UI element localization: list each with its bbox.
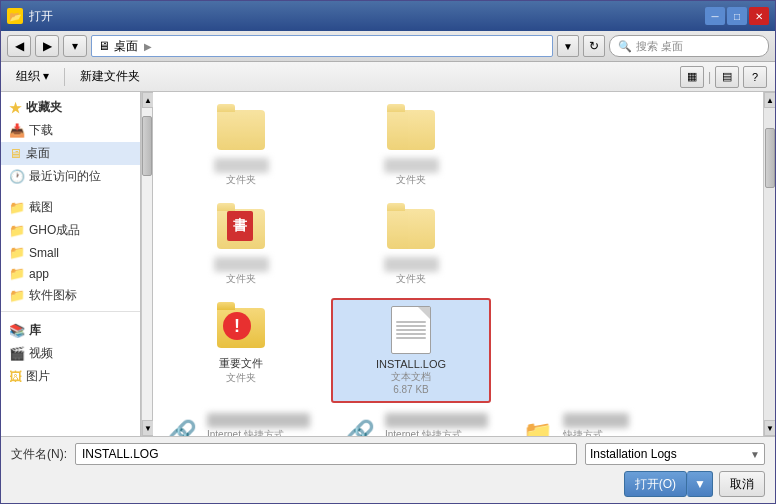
library-label: 库 bbox=[29, 322, 41, 339]
star-icon: ★ bbox=[9, 100, 22, 116]
close-button[interactable]: ✕ bbox=[749, 7, 769, 25]
shortcut-icon-3: 📁 bbox=[523, 419, 555, 437]
shortcut-name-3: 快捷方式名称 bbox=[563, 413, 629, 428]
shortcut-info-3: 快捷方式名称 快捷方式 601 字节 bbox=[563, 413, 629, 436]
sidebar-item-screenshot[interactable]: 📁 截图 bbox=[1, 196, 140, 219]
sidebar-item-small[interactable]: 📁 Small bbox=[1, 242, 140, 263]
file-item-folder2[interactable]: 文件夹名称 文件夹 bbox=[331, 100, 491, 193]
help-button[interactable]: ? bbox=[743, 66, 767, 88]
file-item-installlog[interactable]: INSTALL.LOG 文本文档 6.87 KB bbox=[331, 298, 491, 403]
sidebar-item-software[interactable]: 📁 软件图标 bbox=[1, 284, 140, 307]
scroll-thumb[interactable] bbox=[142, 116, 152, 176]
folder-icon: 📥 bbox=[9, 123, 25, 138]
sidebar-library-header[interactable]: 📚 库 bbox=[1, 319, 140, 342]
sidebar-item-download[interactable]: 📥 下载 bbox=[1, 119, 140, 142]
file-item-folder3[interactable]: 書 文件夹名称 文件夹 bbox=[161, 199, 321, 292]
folder-icon-1 bbox=[217, 106, 265, 154]
address-area: ◀ ▶ ▾ 🖥 桌面 ▶ ▼ ↻ 🔍 搜索 桌面 bbox=[1, 31, 775, 62]
filename-input[interactable] bbox=[75, 443, 577, 465]
forward-icon: ▶ bbox=[43, 39, 52, 53]
shortcut-item-3[interactable]: 📁 快捷方式名称 快捷方式 601 字节 bbox=[517, 409, 687, 436]
search-bar[interactable]: 🔍 搜索 桌面 bbox=[609, 35, 769, 57]
view-icon: ▦ bbox=[687, 70, 697, 83]
up-button[interactable]: ▾ bbox=[63, 35, 87, 57]
red-bang-icon bbox=[223, 312, 251, 340]
organize-button[interactable]: 组织 ▾ bbox=[9, 65, 56, 89]
file-scroll-up[interactable]: ▲ bbox=[764, 92, 775, 108]
button-row: 打开(O) ▼ 取消 bbox=[11, 471, 765, 497]
book-badge: 書 bbox=[227, 211, 253, 241]
install-log-size: 6.87 KB bbox=[393, 384, 429, 395]
title-bar: 📂 打开 ─ □ ✕ bbox=[1, 1, 775, 31]
address-dropdown[interactable]: ▼ bbox=[557, 35, 579, 57]
picture-label: 图片 bbox=[26, 368, 50, 385]
file-item-folder4[interactable]: 文件夹名称 文件夹 bbox=[331, 199, 491, 292]
address-bar[interactable]: 🖥 桌面 ▶ bbox=[91, 35, 553, 57]
desktop-label: 桌面 bbox=[26, 145, 50, 162]
shortcut-type-2: Internet 快捷方式 bbox=[385, 428, 488, 436]
video-icon: 🎬 bbox=[9, 346, 25, 361]
search-placeholder: 搜索 桌面 bbox=[636, 39, 683, 54]
sidebar-item-app[interactable]: 📁 app bbox=[1, 263, 140, 284]
important-folder-name: 重要文件 bbox=[219, 356, 263, 371]
shortcut-item-1[interactable]: 🔗 Internet快捷方式名称 Internet 快捷方式 118 字节 bbox=[161, 409, 331, 436]
file-name-2: 文件夹名称 bbox=[384, 158, 439, 173]
file-scroll-thumb[interactable] bbox=[765, 128, 775, 188]
filename-label: 文件名(N): bbox=[11, 446, 67, 463]
file-name-1: 文件夹名称 bbox=[214, 158, 269, 173]
app-icon: 📁 bbox=[9, 266, 25, 281]
sidebar-item-recent[interactable]: 🕐 最近访问的位 bbox=[1, 165, 140, 188]
library-icon: 📚 bbox=[9, 323, 25, 338]
shortcut-name-1: Internet快捷方式名称 bbox=[207, 413, 310, 428]
file-open-dialog: 📂 打开 ─ □ ✕ ◀ ▶ ▾ 🖥 桌面 ▶ ▼ ↻ 🔍 bbox=[0, 0, 776, 504]
maximize-button[interactable]: □ bbox=[727, 7, 747, 25]
sidebar-scrollbar[interactable]: ▲ ▼ bbox=[141, 92, 153, 436]
picture-icon: 🖼 bbox=[9, 369, 22, 384]
title-bar-left: 📂 打开 bbox=[7, 8, 53, 25]
sidebar-item-video[interactable]: 🎬 视频 bbox=[1, 342, 140, 365]
view-separator: | bbox=[708, 70, 711, 84]
file-type-4: 文件夹 bbox=[396, 272, 426, 286]
toolbar-separator bbox=[64, 68, 65, 86]
file-name-3: 文件夹名称 bbox=[214, 257, 269, 272]
file-type-3: 文件夹 bbox=[226, 272, 256, 286]
file-type-1: 文件夹 bbox=[226, 173, 256, 187]
sidebar-item-gho[interactable]: 📁 GHO成品 bbox=[1, 219, 140, 242]
filename-row: 文件名(N): Installation Logs ▼ bbox=[11, 443, 765, 465]
filetype-dropdown[interactable]: Installation Logs ▼ bbox=[585, 443, 765, 465]
new-folder-button[interactable]: 新建文件夹 bbox=[73, 65, 147, 89]
refresh-icon: ↻ bbox=[589, 39, 599, 53]
sidebar-item-desktop[interactable]: 🖥 桌面 bbox=[1, 142, 140, 165]
search-icon: 🔍 bbox=[618, 40, 632, 53]
minimize-button[interactable]: ─ bbox=[705, 7, 725, 25]
back-button[interactable]: ◀ bbox=[7, 35, 31, 57]
open-button[interactable]: 打开(O) bbox=[624, 471, 687, 497]
shortcut-type-3: 快捷方式 bbox=[563, 428, 629, 436]
view-toggle-button[interactable]: ▦ bbox=[680, 66, 704, 88]
refresh-button[interactable]: ↻ bbox=[583, 35, 605, 57]
layout-button[interactable]: ▤ bbox=[715, 66, 739, 88]
important-folder-icon bbox=[217, 304, 265, 352]
window-icon: 📂 bbox=[7, 8, 23, 24]
file-row-2: 書 文件夹名称 文件夹 文件夹名称 文件夹 bbox=[161, 199, 755, 292]
shortcut-rows: 🔗 Internet快捷方式名称 Internet 快捷方式 118 字节 🔗 … bbox=[161, 409, 755, 436]
install-log-name: INSTALL.LOG bbox=[376, 358, 446, 370]
cancel-button[interactable]: 取消 bbox=[719, 471, 765, 497]
open-dropdown-button[interactable]: ▼ bbox=[687, 471, 713, 497]
forward-button[interactable]: ▶ bbox=[35, 35, 59, 57]
sidebar-favorites-header[interactable]: ★ 收藏夹 bbox=[1, 96, 140, 119]
shortcut-item-2[interactable]: 🔗 Internet快捷方式名称 Internet 快捷方式 122 字节 bbox=[339, 409, 509, 436]
file-item-folder1[interactable]: 文件夹名称 文件夹 bbox=[161, 100, 321, 193]
window-title: 打开 bbox=[29, 8, 53, 25]
file-area: 文件夹名称 文件夹 文件夹名称 文件夹 書 bbox=[153, 92, 763, 436]
document-icon bbox=[391, 306, 431, 354]
file-area-scrollbar[interactable]: ▲ ▼ bbox=[763, 92, 775, 436]
video-label: 视频 bbox=[29, 345, 53, 362]
sidebar-item-picture[interactable]: 🖼 图片 bbox=[1, 365, 140, 388]
file-item-important[interactable]: 重要文件 文件夹 bbox=[161, 298, 321, 403]
folder-icon-3: 書 bbox=[217, 205, 265, 253]
recent-icon: 🕐 bbox=[9, 169, 25, 184]
open-dropdown-icon: ▼ bbox=[694, 477, 706, 491]
file-scroll-down[interactable]: ▼ bbox=[764, 420, 775, 436]
doc-lines bbox=[396, 321, 426, 341]
